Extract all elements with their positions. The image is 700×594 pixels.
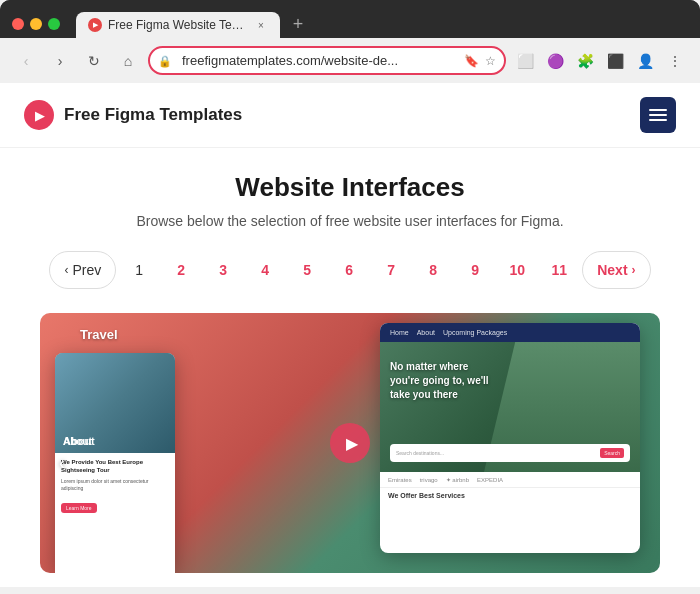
next-chevron: › bbox=[632, 263, 636, 277]
home-button[interactable]: ⌂ bbox=[114, 47, 142, 75]
travel-label: Travel bbox=[80, 327, 118, 342]
page-2[interactable]: 2 bbox=[162, 251, 200, 289]
nav-home: Home bbox=[390, 329, 409, 336]
address-container: 🔒 freefigmatemplates.com/website-de... 🔖… bbox=[148, 46, 506, 75]
mockup-left-content: We Provide You Best Europe Sightseeing T… bbox=[55, 453, 175, 520]
puzzle-icon[interactable]: 🧩 bbox=[572, 48, 598, 74]
ham-line-2 bbox=[649, 114, 667, 116]
mockup-right-hero: No matter where you're going to, we'll t… bbox=[380, 342, 640, 472]
logo-expedia: EXPEDIA bbox=[477, 477, 503, 483]
mockup-left: About We Provide You Best Europe Sightse… bbox=[55, 353, 175, 573]
mockup-left-image: About bbox=[55, 353, 175, 453]
page-4[interactable]: 4 bbox=[246, 251, 284, 289]
page-6[interactable]: 6 bbox=[330, 251, 368, 289]
hamburger-menu[interactable] bbox=[640, 97, 676, 133]
preview-inner: Travel About We Provide You Best Europe … bbox=[40, 313, 660, 573]
mockup-left-body: Lorem ipsum dolor sit amet consectetur a… bbox=[61, 478, 169, 492]
page-3[interactable]: 3 bbox=[204, 251, 242, 289]
maximize-button[interactable] bbox=[48, 18, 60, 30]
page-1[interactable]: 1 bbox=[120, 251, 158, 289]
page-10[interactable]: 10 bbox=[498, 251, 536, 289]
avatar-icon[interactable]: 👤 bbox=[632, 48, 658, 74]
next-button[interactable]: Next › bbox=[582, 251, 650, 289]
traffic-lights bbox=[12, 18, 60, 30]
close-button[interactable] bbox=[12, 18, 24, 30]
minimize-button[interactable] bbox=[30, 18, 42, 30]
nav-about: About bbox=[417, 329, 435, 336]
pip-icon[interactable]: ⬛ bbox=[602, 48, 628, 74]
reload-button[interactable]: ↻ bbox=[80, 47, 108, 75]
back-button[interactable]: ‹ bbox=[12, 47, 40, 75]
logo-emirates: Emirates bbox=[388, 477, 412, 483]
next-label: Next bbox=[597, 262, 627, 278]
hero-search: Search destinations... Search bbox=[390, 444, 630, 462]
logo-airbnb: ✦ airbnb bbox=[446, 476, 469, 483]
profile-icon[interactable]: 🟣 bbox=[542, 48, 568, 74]
mockup-left-title: About bbox=[63, 436, 92, 447]
menu-dots-icon[interactable]: ⋮ bbox=[662, 48, 688, 74]
page-title: Website Interfaces bbox=[40, 172, 660, 203]
page-9[interactable]: 9 bbox=[456, 251, 494, 289]
forward-button[interactable]: › bbox=[46, 47, 74, 75]
new-tab-button[interactable]: + bbox=[284, 10, 312, 38]
nav-upcoming: Upcoming Packages bbox=[443, 329, 507, 336]
page-content: Free Figma Templates Website Interfaces … bbox=[0, 83, 700, 587]
mockup-left-arrow: ‹ bbox=[55, 453, 65, 474]
address-actions: 🔖 ☆ bbox=[464, 54, 496, 68]
title-bar: Free Figma Website Templates × + bbox=[0, 0, 700, 38]
preview-area: Travel About We Provide You Best Europe … bbox=[40, 313, 660, 573]
ham-line-3 bbox=[649, 119, 667, 121]
page-7[interactable]: 7 bbox=[372, 251, 410, 289]
site-logo: Free Figma Templates bbox=[24, 100, 242, 130]
star-icon[interactable]: ☆ bbox=[485, 54, 496, 68]
mockup-right-services: We Offer Best Services bbox=[380, 488, 640, 503]
prev-chevron: ‹ bbox=[64, 263, 68, 277]
page-subtitle: Browse below the selection of free websi… bbox=[40, 213, 660, 229]
active-tab[interactable]: Free Figma Website Templates × bbox=[76, 12, 280, 38]
mockup-right-nav: Home About Upcoming Packages bbox=[380, 323, 640, 342]
prev-button[interactable]: ‹ Prev bbox=[49, 251, 116, 289]
hero-search-placeholder: Search destinations... bbox=[396, 450, 596, 456]
hero-text: No matter where you're going to, we'll t… bbox=[390, 360, 500, 402]
logo-icon bbox=[24, 100, 54, 130]
hero-heading: No matter where you're going to, we'll t… bbox=[390, 360, 500, 402]
page-5[interactable]: 5 bbox=[288, 251, 326, 289]
site-header: Free Figma Templates bbox=[0, 83, 700, 148]
mockup-left-cta: Learn More bbox=[61, 503, 97, 513]
mockup-left-heading: We Provide You Best Europe Sightseeing T… bbox=[61, 459, 169, 475]
tabs-area: Free Figma Website Templates × + bbox=[76, 10, 688, 38]
tab-title: Free Figma Website Templates bbox=[108, 18, 248, 32]
lock-icon: 🔒 bbox=[158, 54, 172, 67]
url-text: freefigmatemplates.com/website-de... bbox=[182, 53, 468, 68]
mockup-right-logos: Emirates trivago ✦ airbnb EXPEDIA bbox=[380, 472, 640, 488]
pagination: ‹ Prev 1 2 3 4 5 6 7 8 9 10 11 Next › bbox=[40, 251, 660, 289]
prev-label: Prev bbox=[72, 262, 101, 278]
tab-favicon bbox=[88, 18, 102, 32]
page-8[interactable]: 8 bbox=[414, 251, 452, 289]
main-section: Website Interfaces Browse below the sele… bbox=[0, 148, 700, 587]
address-bar[interactable]: 🔒 freefigmatemplates.com/website-de... 🔖… bbox=[148, 46, 506, 75]
browser-window: Free Figma Website Templates × + ‹ › ↻ ⌂… bbox=[0, 0, 700, 83]
play-button[interactable] bbox=[330, 423, 370, 463]
page-11[interactable]: 11 bbox=[540, 251, 578, 289]
screens-container: Travel About We Provide You Best Europe … bbox=[40, 313, 660, 573]
bookmark-icon[interactable]: 🔖 bbox=[464, 54, 479, 68]
logo-text: Free Figma Templates bbox=[64, 105, 242, 125]
address-bar-row: ‹ › ↻ ⌂ 🔒 freefigmatemplates.com/website… bbox=[0, 38, 700, 83]
extensions-icon[interactable]: ⬜ bbox=[512, 48, 538, 74]
tab-close-button[interactable]: × bbox=[254, 18, 268, 32]
ham-line-1 bbox=[649, 109, 667, 111]
mockup-right: Home About Upcoming Packages No matter w… bbox=[380, 323, 640, 553]
hero-search-btn: Search bbox=[600, 448, 624, 458]
logo-trivago: trivago bbox=[420, 477, 438, 483]
toolbar-icons: ⬜ 🟣 🧩 ⬛ 👤 ⋮ bbox=[512, 48, 688, 74]
